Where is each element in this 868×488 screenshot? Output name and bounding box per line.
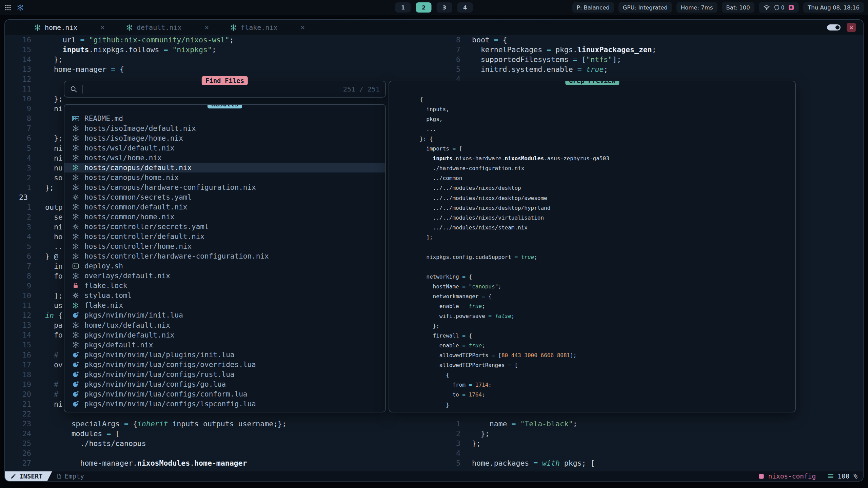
code-text[interactable]: name = "Tela-black"; bbox=[460, 419, 577, 429]
code-text[interactable] bbox=[31, 281, 45, 291]
code-text[interactable] bbox=[31, 448, 45, 458]
result-item[interactable]: pkgs/nvim/nvim/lua/configs/lspconfig.lua bbox=[64, 399, 385, 409]
code-text[interactable]: pa bbox=[31, 320, 63, 330]
result-item[interactable]: pkgs/default.nix bbox=[64, 340, 385, 350]
nixos-logo-icon[interactable] bbox=[17, 4, 24, 11]
result-item[interactable]: pkgs/nvim/default.nix bbox=[64, 330, 385, 340]
code-text[interactable]: }; bbox=[460, 439, 481, 448]
result-item[interactable]: hosts/common/secrets.yaml bbox=[64, 192, 385, 202]
code-text[interactable]: ni bbox=[31, 104, 63, 114]
code-text[interactable] bbox=[31, 192, 45, 202]
code-text[interactable]: }; bbox=[31, 183, 54, 192]
result-item[interactable]: hosts/controller/secrets.yaml bbox=[64, 222, 385, 232]
code-text[interactable]: home-manager = { bbox=[31, 64, 124, 74]
code-text[interactable]: }; bbox=[31, 94, 63, 104]
code-text[interactable]: }; bbox=[31, 133, 63, 143]
result-item[interactable]: pkgs/nvim/nvim/lua/configs/conform.lua bbox=[64, 389, 385, 399]
result-item[interactable]: pkgs/nvim/nvim/init.lua bbox=[64, 310, 385, 320]
code-text[interactable]: ni bbox=[31, 153, 63, 163]
code-text[interactable]: # bbox=[31, 380, 58, 389]
code-text[interactable] bbox=[31, 409, 45, 419]
result-item[interactable]: hosts/wsl/default.nix bbox=[64, 143, 385, 153]
code-text[interactable]: ni bbox=[31, 222, 63, 232]
code-text[interactable]: in { bbox=[31, 310, 63, 320]
result-item[interactable]: flake.nix bbox=[64, 301, 385, 310]
wifi-icon[interactable] bbox=[763, 4, 770, 11]
result-item[interactable]: flake.lock bbox=[64, 281, 385, 291]
code-text[interactable]: fo bbox=[31, 330, 63, 340]
result-item[interactable]: hosts/canopus/hardware-configuration.nix bbox=[64, 182, 385, 192]
code-text[interactable] bbox=[31, 340, 45, 350]
tab-close-icon[interactable]: × bbox=[204, 23, 209, 32]
result-item[interactable]: hosts/controller/default.nix bbox=[64, 232, 385, 242]
code-text[interactable]: so bbox=[31, 173, 63, 183]
code-text[interactable]: # bbox=[31, 350, 58, 360]
result-item[interactable]: pkgs/nvim/nvim/lua/configs/go.lua bbox=[64, 379, 385, 389]
tab[interactable]: default.nix × bbox=[126, 23, 209, 32]
code-text[interactable]: ./hosts/canopus bbox=[31, 439, 146, 448]
shield-icon[interactable]: 0 bbox=[774, 4, 785, 11]
result-item[interactable]: overlays/default.nix bbox=[64, 271, 385, 281]
tab-close-icon[interactable]: × bbox=[300, 23, 305, 32]
result-item[interactable]: pkgs/nvim/nvim/lua/plugins/init.lua bbox=[64, 350, 385, 360]
toggle-icon[interactable] bbox=[827, 24, 841, 30]
code-text[interactable]: fo bbox=[31, 271, 63, 281]
result-item[interactable]: stylua.toml bbox=[64, 291, 385, 301]
result-item[interactable]: pkgs/nvim/nvim/lua/configs/overrides.lua bbox=[64, 360, 385, 369]
workspace-button[interactable]: 3 bbox=[437, 2, 452, 13]
apps-grid-icon[interactable] bbox=[4, 4, 12, 11]
code-text[interactable]: se bbox=[31, 212, 63, 222]
code-text[interactable]: ]; bbox=[31, 291, 63, 301]
result-item[interactable]: deploy.sh bbox=[64, 261, 385, 271]
result-item[interactable]: hosts/isoImage/home.nix bbox=[64, 133, 385, 143]
code-text[interactable]: .. bbox=[31, 242, 63, 251]
code-text[interactable]: inputs.nixpkgs.follows = "nixpkgs"; bbox=[31, 45, 216, 55]
results-list[interactable]: README.md hosts/isoImage/default.nix hos… bbox=[64, 105, 385, 409]
result-item[interactable]: home/tux/default.nix bbox=[64, 320, 385, 330]
tab-close-icon[interactable]: × bbox=[100, 23, 105, 32]
code-text[interactable]: kernelPackages = pkgs.linuxPackages_zen; bbox=[460, 45, 656, 55]
code-text[interactable]: } @ bbox=[31, 251, 58, 261]
tab[interactable]: home.nix × bbox=[34, 23, 105, 32]
result-item[interactable]: pkgs/nvim/nvim/lua/configs/rust.lua bbox=[64, 369, 385, 379]
code-text[interactable] bbox=[31, 370, 45, 380]
code-text[interactable]: ov bbox=[31, 360, 63, 370]
result-item[interactable]: hosts/controller/hardware-configuration.… bbox=[64, 251, 385, 261]
code-text[interactable] bbox=[31, 123, 45, 133]
code-text[interactable]: boot = { bbox=[460, 35, 507, 45]
code-text[interactable] bbox=[31, 114, 45, 123]
code-text[interactable] bbox=[31, 74, 45, 84]
code-text[interactable]: nu bbox=[31, 163, 63, 173]
window-close-button[interactable]: × bbox=[847, 23, 856, 32]
tab[interactable]: flake.nix × bbox=[230, 23, 305, 32]
result-item[interactable]: hosts/canopus/home.nix bbox=[64, 172, 385, 182]
code-text[interactable]: initrd.systemd.enable = true; bbox=[460, 64, 608, 74]
code-text[interactable]: ni bbox=[31, 399, 63, 409]
workspace-button[interactable]: 4 bbox=[457, 2, 473, 13]
code-text[interactable]: us bbox=[31, 301, 63, 310]
code-text[interactable] bbox=[460, 448, 472, 458]
result-item[interactable]: hosts/common/default.nix bbox=[64, 202, 385, 212]
code-text[interactable]: home-manager.nixosModules.home-manager bbox=[31, 458, 247, 468]
result-item[interactable]: hosts/isoImage/default.nix bbox=[64, 123, 385, 133]
code-text[interactable]: in bbox=[31, 261, 63, 271]
result-item[interactable]: hosts/wsl/home.nix bbox=[64, 153, 385, 163]
result-item[interactable]: hosts/canopus/default.nix bbox=[64, 163, 385, 172]
code-text[interactable]: url = "github:nix-community/nixos-wsl"; bbox=[31, 35, 234, 45]
result-item[interactable]: README.md bbox=[64, 114, 385, 123]
code-text[interactable]: ho bbox=[31, 232, 63, 242]
code-text[interactable]: }; bbox=[460, 429, 490, 439]
code-text[interactable]: specialArgs = {inherit inputs outputs us… bbox=[31, 419, 287, 429]
workspace-button[interactable]: 1 bbox=[395, 2, 411, 13]
code-text[interactable]: modules = [ bbox=[31, 429, 120, 439]
workspace-button[interactable]: 2 bbox=[416, 2, 432, 13]
code-text[interactable]: ni bbox=[31, 143, 63, 153]
code-text[interactable]: supportedFilesystems = ["ntfs"]; bbox=[460, 55, 621, 64]
code-text[interactable]: }; bbox=[31, 55, 63, 64]
code-text[interactable] bbox=[31, 84, 45, 94]
code-text[interactable]: home.packages = with pkgs; [ bbox=[460, 458, 595, 468]
result-item[interactable]: hosts/common/home.nix bbox=[64, 212, 385, 222]
code-text[interactable]: outp bbox=[31, 202, 63, 212]
tray-app-icon[interactable] bbox=[788, 4, 794, 11]
result-item[interactable]: hosts/controller/home.nix bbox=[64, 242, 385, 251]
